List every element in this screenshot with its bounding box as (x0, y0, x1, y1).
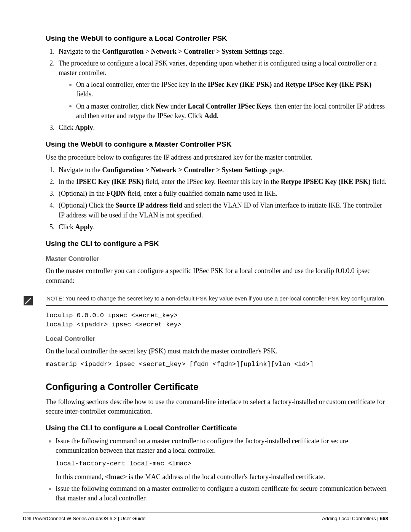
text: Issue the following command on a master … (56, 437, 348, 454)
step-item: Navigate to the Configuration > Network … (56, 47, 388, 56)
text: Navigate to the (59, 48, 102, 55)
step-item: (Optional) Click the Source IP address f… (56, 201, 388, 220)
step-item: In the IPSEC Key (IKE PSK) field, enter … (56, 177, 388, 187)
field-name: IPSEC Key (IKE PSK) (76, 178, 144, 185)
breadcrumb-path: Configuration > Network > Controller > S… (102, 48, 268, 55)
step-item: Navigate to the Configuration > Network … (56, 165, 388, 175)
text: In this command, (56, 473, 105, 481)
step-item: Click Apply. (56, 123, 388, 133)
text: Click (59, 223, 75, 231)
paragraph: On the local controller the secret key (… (46, 347, 388, 356)
note-block: NOTE: You need to change the secret key … (46, 291, 388, 306)
button-name: Apply (75, 223, 93, 231)
text: (Optional) Click the (59, 201, 115, 209)
text: Navigate to the (59, 166, 102, 174)
bullet-list: Issue the following command on a master … (49, 436, 388, 503)
footer-sep: | (376, 516, 380, 521)
sub-bullets: On a local controller, enter the IPSec k… (69, 80, 388, 121)
paragraph: Use the procedure below to configures th… (46, 153, 388, 162)
text: is the MAC address of the local controll… (127, 473, 325, 481)
text: field, enter the IPSec key. Reenter this… (144, 178, 281, 185)
button-name: New (156, 102, 169, 110)
page-number: 668 (380, 516, 388, 521)
text: On a master controller, click (76, 102, 156, 110)
text: page. (268, 48, 284, 55)
step-item: Click Apply. (56, 222, 388, 232)
text: Click (59, 124, 75, 131)
note-text: NOTE: You need to change the secret key … (46, 291, 388, 306)
heading-master-psk: Using the WebUI to configure a Master Co… (46, 139, 388, 150)
paragraph: On the master controller you can configu… (46, 266, 388, 285)
bullet-item: On a local controller, enter the IPSec k… (69, 80, 388, 99)
step-item: The procedure to configure a local PSK v… (56, 59, 388, 121)
field-name: Retype IPSec Key (IKE PSK) (285, 81, 371, 88)
text: On a local controller, enter the IPSec k… (76, 81, 208, 88)
code-block: masterip <ipaddr> ipsec <secret_key> [fq… (46, 360, 388, 369)
heading-cli-local-cert: Using the CLI to configure a Local Contr… (46, 423, 388, 433)
text: Issue the following command on a master … (56, 485, 387, 502)
heading-local-controller: Local Controller (46, 334, 388, 343)
footer-chapter: Adding Local Controllers (322, 516, 376, 521)
field-name: FQDN (106, 190, 126, 197)
button-name: Apply (75, 124, 93, 131)
document-page: Using the WebUI to configure a Local Con… (0, 0, 411, 532)
text: The procedure to configure a local PSK v… (59, 59, 377, 77)
text: In the (59, 178, 76, 185)
text: under (169, 102, 188, 110)
bullet-item: Issue the following command on a master … (49, 436, 388, 482)
text: . (93, 223, 95, 231)
field-name: IPSec Key (IKE PSK) (208, 81, 272, 88)
steps-local-psk: Navigate to the Configuration > Network … (53, 47, 388, 133)
code-block: local-factory-cert local-mac <lmac> (56, 459, 388, 468)
section-name: Local Controller IPSec Keys (188, 102, 271, 110)
heading-controller-cert: Configuring a Controller Certificate (46, 380, 388, 393)
steps-master-psk: Navigate to the Configuration > Network … (53, 165, 388, 232)
breadcrumb-path: Configuration > Network > Controller > S… (102, 166, 268, 174)
field-name: Retype IPSEC Key (IKE PSK) (281, 178, 371, 185)
text: (Optional) In the (59, 190, 106, 197)
step-item: (Optional) In the FQDN field, enter a fu… (56, 189, 388, 198)
footer-left: Dell PowerConnect W-Series ArubaOS 6.2 |… (23, 515, 146, 522)
button-name: Add (204, 112, 217, 120)
field-name: Source IP address field (115, 201, 182, 209)
heading-master-controller: Master Controller (46, 254, 388, 264)
text: . (217, 112, 219, 120)
text: field, enter a fully qualified domain na… (126, 190, 277, 197)
heading-cli-psk: Using the CLI to configure a PSK (46, 239, 388, 249)
bullet-item: Issue the following command on a master … (49, 484, 388, 503)
text: page. (268, 166, 284, 174)
page-footer: Dell PowerConnect W-Series ArubaOS 6.2 |… (23, 513, 388, 522)
heading-local-psk: Using the WebUI to configure a Local Con… (46, 34, 388, 44)
bullet-item: On a master controller, click New under … (69, 102, 388, 121)
footer-right: Adding Local Controllers | 668 (322, 515, 388, 522)
code-block: localip 0.0.0.0 ipsec <secret_key> local… (46, 311, 388, 329)
text: field. (371, 178, 387, 185)
text: fields. (76, 90, 93, 98)
paragraph: The following sections describe how to u… (46, 397, 388, 416)
placeholder-name: <lmac> (105, 473, 127, 481)
text: . (93, 124, 95, 131)
text: and (272, 81, 285, 88)
note-icon (24, 296, 33, 305)
